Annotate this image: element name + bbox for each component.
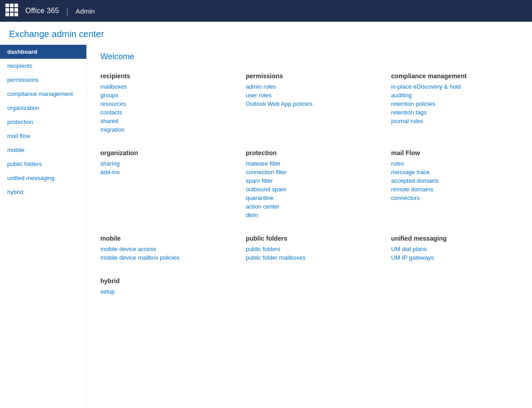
link-setup[interactable]: setup: [100, 288, 228, 295]
link-mobile-device-access[interactable]: mobile device access: [100, 246, 228, 252]
link-journal-rules[interactable]: journal rules: [391, 118, 518, 124]
link-outbound-spam[interactable]: outbound spam: [246, 186, 373, 193]
link-malware-filter[interactable]: malware filter: [246, 160, 373, 167]
section-compliance-management: compliance managementin-place eDiscovery…: [391, 72, 518, 135]
sidebar-item-dashboard[interactable]: dashboard: [0, 45, 86, 59]
main-layout: dashboardrecipientspermissionscompliance…: [0, 43, 532, 408]
link-connection-filter[interactable]: connection filter: [246, 169, 373, 176]
section-title-mail-flow: mail Flow: [391, 149, 518, 157]
sidebar-item-compliance-management[interactable]: compliance management: [0, 87, 86, 101]
dashboard-grid: recipientsmailboxesgroupsresourcescontac…: [100, 72, 518, 297]
section-title-hybrid: hybrid: [100, 277, 228, 285]
office365-title[interactable]: Office 365: [25, 7, 59, 15]
section-unified-messaging: unified messagingUM dial plansUM IP gate…: [391, 235, 518, 263]
admin-label: Admin: [75, 7, 95, 15]
link-um-dial-plans[interactable]: UM dial plans: [391, 246, 518, 252]
apps-grid-icon[interactable]: [5, 4, 20, 18]
sidebar-item-mobile[interactable]: mobile: [0, 143, 86, 157]
link-um-ip-gateways[interactable]: UM IP gateways: [391, 254, 518, 261]
link-mailboxes[interactable]: mailboxes: [100, 83, 228, 90]
link-connectors[interactable]: connectors: [391, 195, 518, 201]
link-accepted-domains[interactable]: accepted domains: [391, 177, 518, 184]
sidebar-item-recipients[interactable]: recipients: [0, 59, 86, 73]
link-admin-roles[interactable]: admin roles: [246, 83, 373, 90]
nav-divider: |: [66, 6, 69, 16]
link-groups[interactable]: groups: [100, 92, 228, 99]
section-mail-flow: mail Flowrulesmessage traceaccepted doma…: [391, 149, 518, 220]
sidebar-item-hybrid[interactable]: hybrid: [0, 185, 86, 199]
welcome-title: Welcome: [100, 52, 518, 62]
section-public-folders: public folderspublic folderspublic folde…: [246, 235, 373, 263]
link-retention-tags[interactable]: retention tags: [391, 109, 518, 116]
link-mobile-device-mailbox-policies[interactable]: mobile device mailbox policies: [100, 254, 228, 261]
section-recipients: recipientsmailboxesgroupsresourcescontac…: [100, 72, 228, 135]
link-sharing[interactable]: sharing: [100, 160, 228, 167]
section-title-unified-messaging: unified messaging: [391, 235, 518, 242]
section-hybrid: hybridsetup: [100, 277, 228, 297]
link-migration[interactable]: migration: [100, 126, 228, 133]
top-nav: Office 365 | Admin: [0, 0, 532, 22]
link-contacts[interactable]: contacts: [100, 109, 228, 116]
link-outlook-web-app-policies[interactable]: Outlook Web App policies: [246, 100, 373, 107]
section-title-compliance-management: compliance management: [391, 72, 518, 80]
sidebar-item-mail-flow[interactable]: mail flow: [0, 129, 86, 143]
section-title-organization: organization: [100, 149, 228, 157]
section-title-mobile: mobile: [100, 235, 228, 242]
link-action-center[interactable]: action center: [246, 203, 373, 210]
section-title-recipients: recipients: [100, 72, 228, 80]
link-public-folders[interactable]: public folders: [246, 246, 373, 252]
sidebar-item-public-folders[interactable]: public folders: [0, 157, 86, 171]
sidebar-item-unified-messaging[interactable]: unified messaging: [0, 171, 86, 185]
link-message-trace[interactable]: message trace: [391, 169, 518, 176]
content-area: Welcome recipientsmailboxesgroupsresourc…: [87, 43, 532, 408]
link-rules[interactable]: rules: [391, 160, 518, 167]
sidebar-item-permissions[interactable]: permissions: [0, 73, 86, 87]
section-title-public-folders: public folders: [246, 235, 373, 242]
link-user-roles[interactable]: user roles: [246, 92, 373, 99]
link-public-folder-mailboxes[interactable]: public folder mailboxes: [246, 254, 373, 261]
link-dkim[interactable]: dkim: [246, 212, 373, 218]
page-header: Exchange admin center: [0, 22, 532, 43]
link-retention-policies[interactable]: retention policies: [391, 100, 518, 107]
link-resources[interactable]: resources: [100, 100, 228, 107]
section-protection: protectionmalware filterconnection filte…: [246, 149, 373, 220]
sidebar: dashboardrecipientspermissionscompliance…: [0, 43, 87, 408]
section-title-protection: protection: [246, 149, 373, 157]
section-permissions: permissionsadmin rolesuser rolesOutlook …: [246, 72, 373, 135]
link-shared[interactable]: shared: [100, 118, 228, 124]
link-auditing[interactable]: auditing: [391, 92, 518, 99]
link-in-place-ediscovery-&-hold[interactable]: in-place eDiscovery & hold: [391, 83, 518, 90]
link-spam-filter[interactable]: spam filter: [246, 177, 373, 184]
link-quarantine[interactable]: quarantine: [246, 195, 373, 201]
sidebar-item-organization[interactable]: organization: [0, 101, 86, 115]
section-organization: organizationsharingadd-ins: [100, 149, 228, 220]
link-add-ins[interactable]: add-ins: [100, 169, 228, 176]
sidebar-item-protection[interactable]: protection: [0, 115, 86, 129]
link-remote-domains[interactable]: remote domains: [391, 186, 518, 193]
section-mobile: mobilemobile device accessmobile device …: [100, 235, 228, 263]
section-title-permissions: permissions: [246, 72, 373, 80]
